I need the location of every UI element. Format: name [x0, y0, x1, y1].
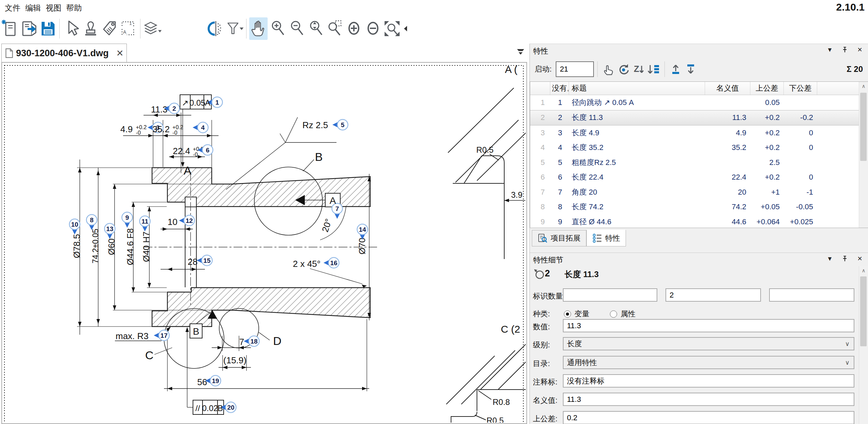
balloon-16[interactable]: 2 x 45°16: [293, 258, 339, 269]
radio-variable[interactable]: 变量: [564, 309, 589, 319]
balloon-14[interactable]: Ø7014: [357, 224, 368, 255]
filter-icon[interactable]: [226, 17, 244, 40]
upper-input[interactable]: [563, 411, 854, 424]
svg-text:B: B: [315, 150, 323, 163]
property-row-9[interactable]: 99直径 Ø 44.644.6+0.064+0.025: [530, 214, 868, 229]
panel-close-icon[interactable]: ✕: [855, 45, 864, 54]
scroll-up-icon[interactable]: ∧: [859, 82, 868, 91]
panel-collapse-icon[interactable]: ▼: [825, 45, 834, 54]
pan-icon[interactable]: [249, 17, 268, 40]
note-input[interactable]: [563, 374, 854, 388]
decrease-icon[interactable]: [364, 17, 382, 40]
property-row-5[interactable]: 55粗糙度Rz 2.52.5: [530, 155, 868, 170]
panel-close-icon[interactable]: ✕: [855, 254, 864, 263]
layers-icon[interactable]: [143, 17, 162, 40]
drawing-text: 0.02: [202, 404, 218, 413]
svg-text:5: 5: [341, 121, 345, 128]
move-bottom-icon[interactable]: [683, 62, 698, 77]
move-top-icon[interactable]: [668, 62, 683, 77]
radio-attribute[interactable]: 属性: [610, 309, 635, 319]
balloon-12[interactable]: 1012: [168, 215, 195, 227]
toolbar-separator: [246, 19, 246, 39]
balloon-19[interactable]: 5619: [197, 376, 221, 388]
drawing-viewport[interactable]: 111.324.9+0.2-0335.2+0.2-04Rz 2.5522.4+0…: [1, 62, 527, 424]
z-sort-icon[interactable]: Z: [631, 62, 646, 77]
collapse-left-icon[interactable]: [402, 17, 409, 40]
property-row-8[interactable]: 88长度 74.274.2+0.05-0.05: [530, 200, 868, 215]
tag-icon[interactable]: [101, 17, 119, 40]
svg-text:19: 19: [212, 377, 219, 384]
drawing-text: A: [205, 98, 210, 107]
svg-text:Ø60: Ø60: [106, 238, 117, 255]
balloon-4[interactable]: 35.2+0.2-04: [152, 122, 208, 136]
zoom-fit-icon[interactable]: [383, 17, 401, 40]
document-tab-title: 930-1200-406-V1.dwg: [16, 48, 109, 59]
close-tab-icon[interactable]: ✕: [116, 48, 124, 59]
property-row-2[interactable]: 22长度 11.311.3+0.2-0.2: [530, 110, 868, 126]
touch-select-icon[interactable]: [601, 62, 616, 77]
document-tab[interactable]: 930-1200-406-V1.dwg ✕: [1, 44, 127, 62]
stamp-icon[interactable]: [81, 17, 100, 40]
svg-text:-0: -0: [136, 130, 141, 136]
menu-item-文件[interactable]: 文件: [5, 3, 20, 13]
tab-list-icon[interactable]: [515, 46, 526, 57]
new-document-icon[interactable]: [1, 17, 19, 40]
balloon-8[interactable]: 74.2±0.058: [87, 215, 100, 264]
balloon-6[interactable]: 22.4+0.2-06: [173, 145, 213, 158]
property-row-7[interactable]: 77角度 2020+1-1: [530, 185, 868, 200]
zoom-out-icon[interactable]: [287, 17, 306, 40]
column-nominal[interactable]: 名义值: [705, 82, 750, 95]
balloon-10[interactable]: Ø78.510: [70, 219, 82, 258]
open-document-icon[interactable]: [20, 17, 38, 40]
app-version: 2.10.1: [836, 1, 865, 13]
zoom-dynamic-icon[interactable]: [306, 17, 325, 40]
property-row-4[interactable]: 44长度 35.235.2+0.20: [530, 140, 868, 155]
property-row-1[interactable]: 11径向跳动 ↗ 0.05 A0.05: [530, 95, 868, 110]
svg-text:+0.2: +0.2: [136, 124, 147, 130]
svg-text:↗: ↗: [182, 98, 189, 107]
menu-item-视图[interactable]: 视图: [46, 3, 61, 13]
id-count-input-2[interactable]: [665, 288, 761, 302]
table-scrollbar[interactable]: ∧: [859, 82, 868, 228]
balloon-17[interactable]: max. R317: [116, 330, 169, 342]
column-title[interactable]: 标题: [569, 82, 705, 95]
tab-项目拓展[interactable]: 项目拓展: [532, 230, 586, 246]
column-lower[interactable]: 下公差: [784, 82, 817, 95]
balloon-2[interactable]: 11.32: [151, 103, 180, 115]
svg-text:D: D: [273, 334, 282, 347]
panel-pin-icon[interactable]: [840, 254, 849, 263]
menu-item-帮助[interactable]: 帮助: [66, 3, 82, 13]
id-count-input-1[interactable]: [563, 288, 657, 302]
zoom-window-icon[interactable]: [326, 17, 344, 40]
svg-text:4: 4: [201, 124, 205, 131]
property-row-3[interactable]: 33长度 4.94.9+0.20: [530, 125, 868, 140]
increase-icon[interactable]: [345, 17, 363, 40]
balloon-15[interactable]: 2815: [188, 255, 212, 267]
value-input[interactable]: [563, 319, 854, 332]
rotate-icon[interactable]: [616, 62, 631, 77]
balloon-5[interactable]: Rz 2.55: [302, 120, 348, 131]
svg-text:7: 7: [239, 337, 244, 347]
balloon-11[interactable]: Ø40 H711: [140, 216, 152, 262]
column-upper[interactable]: 上公差: [750, 82, 784, 95]
nominal-input[interactable]: [563, 393, 854, 406]
tab-特性[interactable]: 特性: [586, 230, 626, 246]
catalog-select[interactable]: 通用特性∨: [563, 356, 854, 369]
scroll-up-icon[interactable]: ∧: [859, 266, 868, 275]
markup-region-icon[interactable]: 1A: [120, 17, 138, 40]
select-cursor-icon[interactable]: [62, 17, 81, 40]
compare-icon[interactable]: [207, 17, 225, 40]
class-select[interactable]: 长度∨: [563, 337, 854, 350]
details-scrollbar[interactable]: ∧: [859, 266, 868, 424]
id-count-input-3[interactable]: [769, 288, 854, 302]
start-input[interactable]: [556, 61, 594, 77]
zoom-in-icon[interactable]: [268, 17, 287, 40]
menu-item-编辑[interactable]: 编辑: [25, 3, 41, 13]
property-row-6[interactable]: 66长度 22.422.4+0.20: [530, 170, 868, 185]
panel-collapse-icon[interactable]: ▼: [825, 254, 834, 263]
balloon-13[interactable]: Ø6013: [105, 224, 117, 255]
sort-list-icon[interactable]: [646, 62, 661, 77]
column-no[interactable]: 没有。: [550, 82, 569, 95]
panel-pin-icon[interactable]: [840, 45, 849, 54]
save-icon[interactable]: [39, 17, 57, 40]
